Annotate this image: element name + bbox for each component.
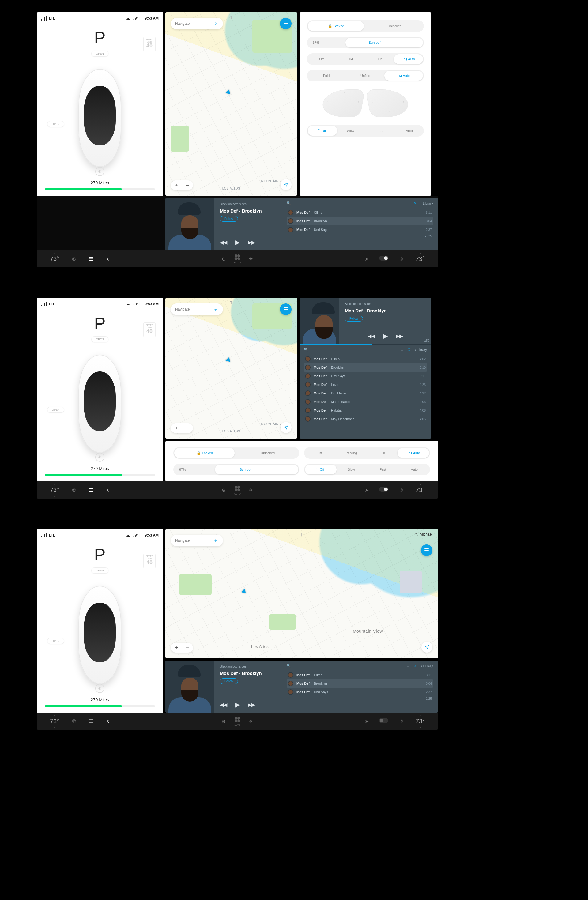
map-panel-large[interactable]: T Michael Mountain View Los Altos Naviga… [165,529,438,658]
track-row[interactable]: Mos DefDo It Now4:22 [304,389,427,397]
library-link[interactable]: ‹ Library [421,202,433,205]
search-icon[interactable]: 🔍 [287,664,291,667]
play-button[interactable]: ▶ [235,701,240,708]
frunk-open-button[interactable]: OPEN [91,51,109,57]
trunk-open-button[interactable]: OPEN [47,638,64,644]
queue-icon[interactable]: ▭ [406,664,410,667]
zoom-in-button[interactable]: + [171,645,182,651]
mirrors-auto[interactable]: ◪ Auto [385,74,424,78]
mic-icon[interactable] [212,537,219,544]
mirrors-fold[interactable]: Fold [307,74,346,78]
mirror-right[interactable]: ˄ ˅ ˂ ˃ [366,89,410,117]
layers-icon[interactable]: ❖ [244,487,258,493]
nav-icon[interactable]: ➤ [360,487,374,493]
prev-button[interactable]: ◀◀ [220,702,227,708]
frunk-open-button[interactable]: OPEN [91,336,109,342]
library-link[interactable]: ‹ Library [415,348,427,352]
display-toggle[interactable] [377,487,391,493]
mic-icon[interactable] [212,306,219,313]
map-search[interactable]: Navigate [171,535,223,546]
lights-segment[interactable]: Off DRL On ≡◗ Auto [307,53,424,65]
mirrors-unfold[interactable]: Unfold [346,74,385,78]
wipers-auto[interactable]: Auto [395,129,424,133]
globe-icon[interactable]: ⊕ [217,487,231,493]
music-icon[interactable]: ♫ [101,487,115,493]
layers-icon[interactable]: ❖ [244,256,258,262]
next-button[interactable]: ▶▶ [248,702,255,708]
mirrors-segment[interactable]: Fold Unfold ◪ Auto [307,70,424,81]
track-row[interactable]: Mos DefMathematics4:06 [304,397,427,406]
map-panel[interactable]: T Mountain View Los Altos Navigate +− [165,298,297,439]
track-row[interactable]: Mos DefUmi Says2:37 [287,688,433,696]
map-search[interactable]: Navigate [171,304,223,315]
zoom-out-button[interactable]: − [182,425,193,431]
lights-drl[interactable]: DRL [336,57,366,61]
map-panel[interactable]: T Mountain View Los Altos Navigate + − [165,12,297,196]
map-search[interactable]: Navigate [171,18,223,29]
menu-icon[interactable]: ☰ [84,487,98,493]
library-link[interactable]: ‹ Library [421,664,433,667]
chevron-up-icon[interactable]: ˄ [343,92,346,96]
map-menu-button[interactable] [421,545,433,556]
display-toggle[interactable] [377,256,391,262]
music-icon[interactable]: ♫ [101,256,115,262]
globe-icon[interactable]: ⊕ [217,256,231,262]
prev-button[interactable]: ◀◀ [220,239,227,245]
sunroof-slider[interactable]: 67%Sunroof [173,464,299,475]
menu-icon[interactable]: ☰ [84,256,98,262]
sunroof-slider[interactable]: 67% Sunroof [307,37,424,48]
chevron-left-icon[interactable]: ˂ [326,101,328,106]
hvac-auto-button[interactable]: AUTO [234,254,241,264]
queue-icon[interactable]: ▭ [400,348,403,352]
layers-icon[interactable]: ❖ [244,718,258,724]
map-menu-button[interactable] [280,18,292,29]
voice-button[interactable] [95,453,104,462]
next-button[interactable]: ▶▶ [248,239,255,245]
lights-auto[interactable]: ≡◗ Auto [395,57,424,61]
lights-on[interactable]: On [365,57,395,61]
mic-icon[interactable] [212,20,219,27]
recenter-button[interactable] [281,179,292,190]
search-icon[interactable]: 🔍 [304,348,308,352]
track-row[interactable]: Mos DefBrooklyn3:04 [287,217,433,225]
lights-segment[interactable]: OffParkingOn≡◗ Auto [304,447,430,459]
recenter-button[interactable] [281,422,292,433]
wipers-slow[interactable]: Slow [336,129,366,133]
search-icon[interactable]: 🔍 [287,201,291,205]
chevron-left-icon[interactable]: ˂ [371,101,373,106]
track-row[interactable]: Mos DefBrooklyn5:10 [304,363,427,372]
phone-icon[interactable]: ✆ [67,256,81,262]
mirror-left[interactable]: ˄ ˅ ˂ ˃ [320,89,365,117]
track-row[interactable]: Mos DefUmi Says2:37 [287,225,433,234]
prev-button[interactable]: ◀◀ [368,333,375,339]
track-row[interactable]: Mos DefClimb3:11 [287,208,433,217]
lock-toggle[interactable]: 🔒 LockedUnlocked [173,447,299,459]
track-row[interactable]: Mos DefClimb3:11 [287,670,433,679]
voice-button[interactable] [95,167,104,176]
next-button[interactable]: ▶▶ [396,333,403,339]
nav-icon[interactable]: ➤ [360,718,374,724]
map-menu-button[interactable] [280,304,292,315]
chevron-right-icon[interactable]: ˃ [357,101,360,106]
nav-icon[interactable]: ➤ [360,256,374,262]
track-row[interactable]: Mos DefUmi Says5:11 [304,372,427,380]
hvac-auto-button[interactable]: AUTO [234,485,241,495]
chevron-down-icon[interactable]: ˅ [340,110,342,115]
menu-icon[interactable]: ☰ [84,718,98,724]
lock-toggle[interactable]: 🔒 Locked Unlocked [307,20,424,32]
zoom-in-button[interactable]: + [171,425,182,431]
shuffle-icon[interactable]: ⤨ [408,348,410,352]
globe-icon[interactable]: ⊕ [217,718,231,724]
track-row[interactable]: Mos DefLove4:23 [304,380,427,389]
user-chip[interactable]: Michael [414,532,433,537]
play-button[interactable]: ▶ [383,332,388,340]
temp-left[interactable]: 73° [45,487,64,493]
moon-icon[interactable]: ☽ [394,256,408,262]
zoom-out-button[interactable]: − [182,645,193,651]
lights-off[interactable]: Off [307,57,336,61]
phone-icon[interactable]: ✆ [67,718,81,724]
wipers-segment[interactable]: ⌒ Off Slow Fast Auto [307,125,424,137]
temp-right[interactable]: 73° [411,255,429,262]
follow-button[interactable]: Follow [345,316,363,321]
track-row[interactable]: Mos DefHabitat4:06 [304,406,427,414]
